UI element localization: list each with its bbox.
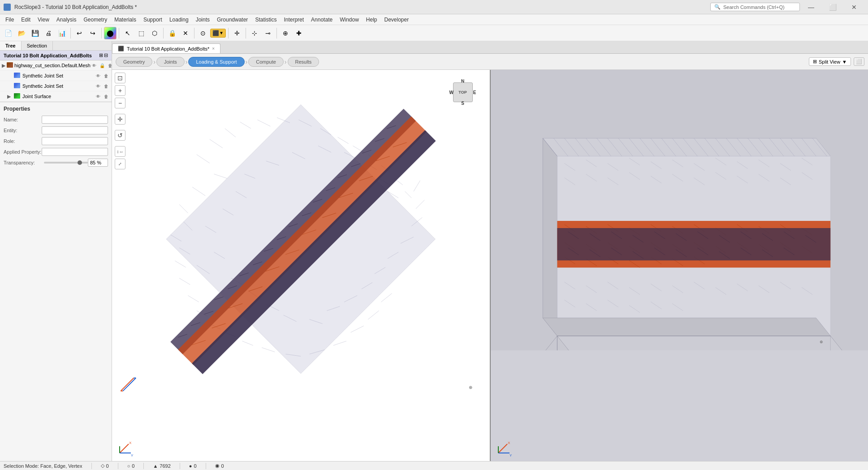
vertex-button[interactable]: ⊹ bbox=[248, 27, 261, 39]
undo-button[interactable]: ↩ bbox=[73, 27, 86, 39]
transparency-value: 85 % bbox=[88, 159, 108, 167]
open-button[interactable]: 📂 bbox=[15, 27, 28, 39]
maximize-viewport-btn[interactable]: ⬜ bbox=[854, 57, 864, 66]
tab-tree[interactable]: Tree bbox=[0, 41, 22, 50]
status-sep3 bbox=[143, 463, 144, 469]
workflow-tab-results[interactable]: Results bbox=[288, 57, 320, 67]
add2-button[interactable]: ✚ bbox=[293, 27, 305, 39]
add1-button[interactable]: ⊕ bbox=[279, 27, 292, 39]
zoom-out-btn[interactable]: − bbox=[115, 98, 125, 108]
axes-left: X Y bbox=[117, 442, 133, 457]
export-button[interactable]: 📊 bbox=[56, 27, 68, 39]
compass-s-label: S bbox=[461, 101, 464, 106]
menu-edit[interactable]: Edit bbox=[17, 16, 34, 24]
prop-applied-label: Applied Property: bbox=[4, 149, 42, 155]
print-button[interactable]: 🖨 bbox=[42, 27, 55, 39]
new-button[interactable]: 📄 bbox=[2, 27, 14, 39]
menu-analysis[interactable]: Analysis bbox=[53, 16, 80, 24]
stat1-value: 0 bbox=[106, 463, 109, 469]
doc-tab-main[interactable]: ⬛ Tutorial 10 Bolt Application_AddBolts*… bbox=[112, 43, 220, 53]
mesh-lock-btn[interactable]: 🔒 bbox=[99, 62, 106, 69]
move-button[interactable]: ✛ bbox=[231, 27, 243, 39]
save-button[interactable]: 💾 bbox=[29, 27, 41, 39]
joint2-delete-btn[interactable]: 🗑 bbox=[103, 82, 110, 90]
tab-selection[interactable]: Selection bbox=[22, 41, 53, 50]
transparency-slider[interactable] bbox=[44, 162, 88, 164]
joint2-visibility-btn[interactable]: 👁 bbox=[95, 82, 102, 90]
status-sep1 bbox=[91, 463, 92, 469]
zoom-extents-btn[interactable]: ⊡ bbox=[115, 73, 125, 83]
workflow-tab-geometry[interactable]: Geometry bbox=[116, 57, 152, 67]
prop-role-input[interactable] bbox=[42, 137, 108, 145]
sidebar: Tree Selection Tutorial 10 Bolt Applicat… bbox=[0, 41, 112, 461]
selection-mode-text: Selection Mode: Face, Edge, Vertex bbox=[4, 463, 82, 469]
tree-item-surface[interactable]: ▶ Joint Surface 👁 🗑 bbox=[0, 91, 112, 102]
unlock-button[interactable]: ✕ bbox=[179, 27, 192, 39]
rotate-btn[interactable]: ↺ bbox=[115, 130, 125, 141]
zoom-in-btn[interactable]: + bbox=[115, 85, 125, 96]
menu-file[interactable]: File bbox=[2, 16, 17, 24]
prop-entity-label: Entity: bbox=[4, 128, 42, 133]
workflow-tab-joints[interactable]: Joints bbox=[156, 57, 185, 67]
menu-annotate[interactable]: Annotate bbox=[307, 16, 336, 24]
menu-joints[interactable]: Joints bbox=[192, 16, 213, 24]
menu-interpret[interactable]: Interpret bbox=[280, 16, 307, 24]
workflow-tab-loading[interactable]: Loading & Support bbox=[188, 57, 244, 67]
sidebar-expand-btn[interactable]: ⊞ bbox=[99, 52, 103, 58]
status-sep5 bbox=[206, 463, 206, 469]
menu-statistics[interactable]: Statistics bbox=[251, 16, 280, 24]
select-sphere-button[interactable]: ⬡ bbox=[148, 27, 161, 39]
prop-name-input[interactable] bbox=[42, 116, 108, 124]
mesh-visibility-btn[interactable]: 👁 bbox=[91, 62, 98, 69]
select-arrow-button[interactable]: ↖ bbox=[121, 27, 134, 39]
maximize-button[interactable]: ⬜ bbox=[822, 0, 843, 14]
display-dropdown[interactable]: ⬛ ▼ bbox=[210, 29, 226, 38]
joint1-delete-btn[interactable]: 🗑 bbox=[103, 72, 110, 79]
fit2-btn[interactable]: ⤢ bbox=[115, 159, 125, 169]
fit-btn[interactable]: ↕↔ bbox=[115, 146, 125, 157]
tree-item-mesh[interactable]: ▶ highway_cut_section.Default.Mesh 👁 🔒 🗑 bbox=[0, 60, 112, 71]
select-box-button[interactable]: ⬚ bbox=[135, 27, 147, 39]
viewport-right[interactable]: ⊕ X Y bbox=[490, 70, 868, 461]
status-bar: Selection Mode: Face, Edge, Vertex ◇ 0 ○… bbox=[0, 461, 868, 470]
color-button[interactable]: ⬤ bbox=[104, 27, 117, 39]
sidebar-collapse-btn[interactable]: ⊟ bbox=[104, 52, 108, 58]
tree-item-joint2[interactable]: Synthetic Joint Set 👁 🗑 bbox=[0, 81, 112, 91]
tree-item-joint1[interactable]: Synthetic Joint Set 👁 🗑 bbox=[0, 71, 112, 81]
surface-delete-btn[interactable]: 🗑 bbox=[103, 93, 110, 100]
surface-visibility-btn[interactable]: 👁 bbox=[95, 93, 102, 100]
3d-view-canvas: ⊕ bbox=[491, 70, 868, 350]
joint1-visibility-btn[interactable]: 👁 bbox=[95, 72, 102, 79]
menu-bar: File Edit View Analysis Geometry Materia… bbox=[0, 14, 868, 25]
expand-icon: ▶ bbox=[2, 63, 5, 69]
close-button[interactable]: ✕ bbox=[844, 0, 864, 14]
main-container: Tree Selection Tutorial 10 Bolt Applicat… bbox=[0, 41, 868, 461]
menu-support[interactable]: Support bbox=[140, 16, 166, 24]
sep6 bbox=[228, 28, 229, 39]
transparency-label: Transparency: bbox=[4, 160, 44, 165]
prop-applied-input[interactable] bbox=[42, 148, 108, 156]
doc-tab-close-btn[interactable]: × bbox=[212, 46, 215, 51]
menu-geometry[interactable]: Geometry bbox=[80, 16, 111, 24]
prop-entity-input[interactable] bbox=[42, 126, 108, 134]
menu-loading[interactable]: Loading bbox=[166, 16, 192, 24]
redo-button[interactable]: ↪ bbox=[86, 27, 99, 39]
mesh-delete-btn[interactable]: 🗑 bbox=[107, 62, 112, 69]
search-box[interactable]: 🔍 Search Commands (Ctrl+Q) bbox=[710, 3, 800, 11]
window-title: RocSlope3 - Tutorial 10 Bolt Application… bbox=[14, 4, 137, 10]
lock-button[interactable]: 🔒 bbox=[166, 27, 178, 39]
menu-help[interactable]: Help bbox=[363, 16, 381, 24]
menu-materials[interactable]: Materials bbox=[111, 16, 140, 24]
minimize-button[interactable]: — bbox=[801, 0, 821, 14]
menu-window[interactable]: Window bbox=[336, 16, 363, 24]
menu-view[interactable]: View bbox=[34, 16, 53, 24]
lasso-button[interactable]: ⊙ bbox=[197, 27, 209, 39]
split-view-btn[interactable]: ⊞ Split View ▼ bbox=[809, 57, 851, 66]
menu-developer[interactable]: Developer bbox=[381, 16, 413, 24]
viewport-left[interactable]: ⊕ ⊡ + − ✛ ↺ ↕↔ ⤢ N bbox=[112, 70, 490, 461]
menu-groundwater[interactable]: Groundwater bbox=[213, 16, 251, 24]
search-icon: 🔍 bbox=[714, 4, 721, 10]
edge-button[interactable]: ⊸ bbox=[262, 27, 274, 39]
pan-btn[interactable]: ✛ bbox=[115, 114, 125, 125]
workflow-tab-compute[interactable]: Compute bbox=[248, 57, 284, 67]
